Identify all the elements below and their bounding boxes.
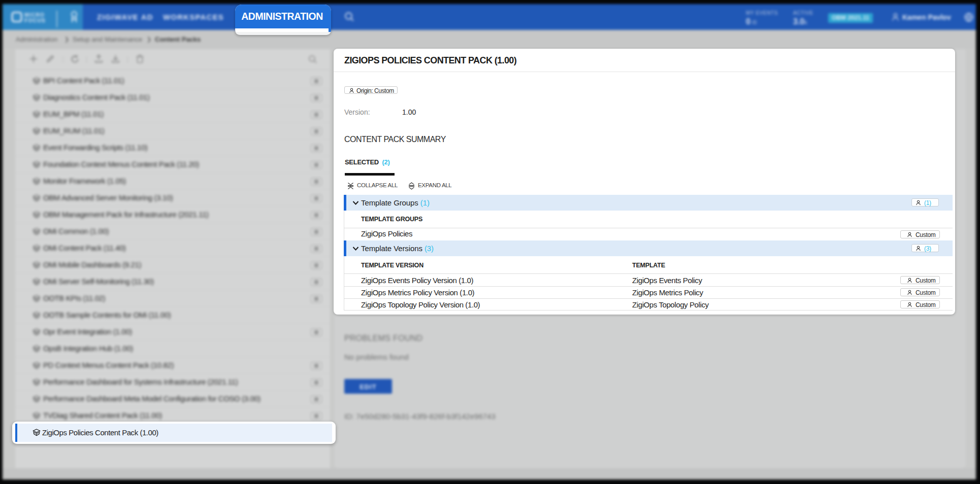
svg-text:FOCUS: FOCUS (24, 17, 46, 23)
